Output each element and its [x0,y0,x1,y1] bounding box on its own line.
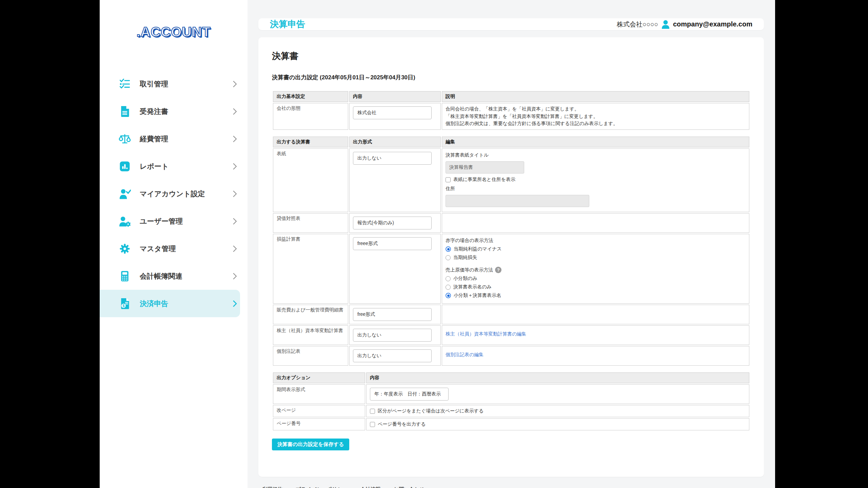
account-email: company@example.com [673,20,752,28]
sga-format-select[interactable]: free形式 [353,308,432,321]
sidebar-item-user-management[interactable]: ユーザー管理 [100,207,248,235]
scales-icon [119,133,131,145]
sidebar-item-reports[interactable]: レポート [100,152,248,180]
column-header: 出力する決算書 [273,137,348,147]
deficit-option-radio[interactable] [446,255,451,260]
column-header: 出力基本設定 [273,91,348,102]
section-title: 決算書の出力設定 (2024年05月01日～2025年04月30日) [272,74,750,81]
row-label: 期間表示形式 [273,384,365,404]
chevron-right-icon [232,218,237,225]
radio-label: 小分類のみ [453,276,477,282]
chevron-right-icon [232,135,237,143]
sidebar-item-label: 経費管理 [140,134,223,144]
footer-link-contact[interactable]: お問い合わせ [394,486,425,488]
row-label: 貸借対照表 [273,213,348,233]
sidebar-item-label: 決済申告 [140,299,223,308]
cogs-option-radio[interactable] [446,285,451,290]
radio-label: 決算書表示名のみ [453,284,492,290]
select-value: 出力しない [357,155,381,161]
cover-address-input [446,195,589,207]
settings-card: 決算書 決算書の出力設定 (2024年05月01日～2025年04月30日) 出… [258,37,764,477]
basic-settings-table: 出力基本設定 内容 説明 会社の形態 株式会社 合同会社の場合、「株主資本」を「… [272,90,750,131]
cogs-option-radio[interactable] [446,276,451,281]
help-icon[interactable]: ? [495,267,501,273]
notes-edit-link[interactable]: 個別注記表の編集 [446,352,484,357]
row-label: 表紙 [273,148,348,212]
cover-address-label: 住所 [446,186,746,192]
company-name: 株式会社○○○○ [617,20,658,29]
footer: 利用規約 プライバシーポリシー 会社情報 お問い合わせ Copyright 20… [262,486,761,488]
document-icon [119,105,131,118]
sidebar-item-label: 会計帳簿関連 [140,271,223,281]
main-column: 決算申告 株式会社○○○○ company@example.com 決算書 決算… [248,0,775,488]
row-label: ページ番号 [273,418,365,430]
app-logo: .ACCOUNT [100,24,248,40]
select-value: 報告式(今期のみ) [357,220,394,226]
select-value: 株式会社 [357,110,376,116]
period-format-select[interactable]: 年：年度表示 日付：西暦表示 [370,388,449,401]
gear-icon [119,243,131,255]
equity-edit-link[interactable]: 株主（社員）資本等変動計算書の編集 [446,331,526,337]
row-label: 改ページ [273,405,365,417]
footer-link-terms[interactable]: 利用規約 [262,486,283,488]
equity-format-select[interactable]: 出力しない [353,329,432,342]
page-number-checkbox[interactable] [370,422,375,427]
save-settings-button[interactable]: 決算書の出力設定を保存する [272,439,349,450]
notes-format-select[interactable]: 出力しない [353,349,432,362]
cogs-display-label: 売上原価等の表示方法 [446,267,493,273]
table-row: 会社の形態 株式会社 合同会社の場合、「株主資本」を「社員資本」に変更します。 … [273,103,749,130]
chevron-right-icon [232,108,237,115]
select-value: freee形式 [357,241,378,247]
row-label: 個別注記表 [273,346,348,366]
documents-table: 出力する決算書 出力形式 編集 表紙 出力しない 決算書表紙タイトル [272,136,750,367]
sidebar-menu: 取引管理 受発注書 [100,70,248,317]
chevron-right-icon [232,272,237,280]
sidebar-item-tax-filing[interactable]: $ 決済申告 [100,290,240,317]
bar-chart-icon [119,160,131,172]
radio-label: 当期純利益のマイナス [454,246,502,252]
column-header: 出力オプション [273,372,365,383]
sidebar-item-master-management[interactable]: マスタ管理 [100,235,248,262]
company-form-select[interactable]: 株式会社 [353,106,432,119]
cogs-option-radio-selected[interactable] [446,293,451,298]
cover-format-select[interactable]: 出力しない [353,152,432,165]
column-header: 内容 [366,372,749,383]
chevron-right-icon [232,300,237,307]
account-area: 株式会社○○○○ company@example.com [617,20,752,29]
select-value: free形式 [357,311,375,318]
cover-title-input [446,161,524,174]
radio-label: 小分類＋決算書表示名 [454,292,501,299]
sidebar-item-label: 受発注書 [140,107,223,116]
footer-link-privacy[interactable]: プライバシーポリシー [296,486,348,488]
user-check-icon [119,188,131,200]
app-window: .ACCOUNT 取引管理 [100,0,775,488]
sidebar-item-transactions[interactable]: 取引管理 [100,70,248,98]
sidebar-item-label: ユーザー管理 [140,217,223,226]
balance-sheet-format-select[interactable]: 報告式(今期のみ) [353,217,432,229]
table-row-page-number: ページ番号 ページ番号を出力する [273,418,749,430]
page-break-checkbox[interactable] [370,409,375,414]
row-label: 会社の形態 [273,103,348,130]
select-value: 年：年度表示 日付：西暦表示 [374,391,441,397]
chevron-right-icon [232,163,237,170]
description-line: 個別注記表の例文は、重要な会計方針に係る事項に関する注記のみ表示します。 [446,120,746,127]
sidebar-item-expenses[interactable]: 経費管理 [100,125,248,152]
cover-address-checkbox[interactable] [446,177,451,182]
sidebar-item-label: レポート [140,162,223,171]
table-row-period-format: 期間表示形式 年：年度表示 日付：西暦表示 [273,384,749,404]
checklist-icon [119,78,131,90]
footer-link-company[interactable]: 会社情報 [360,486,381,488]
chevron-right-icon [232,190,237,198]
sidebar-item-label: マイアカウント設定 [140,189,223,199]
column-header: 説明 [442,91,749,102]
checkbox-label: 表紙に事業所名と住所を表示 [453,177,515,183]
deficit-option-radio-selected[interactable] [446,246,451,252]
select-value: 出力しない [357,332,381,338]
user-gear-icon [119,215,131,227]
pl-format-select[interactable]: freee形式 [353,237,432,250]
sidebar-item-my-account[interactable]: マイアカウント設定 [100,180,248,207]
checkbox-label: ページ番号を出力する [378,421,426,427]
invoice-icon: $ [119,298,131,310]
sidebar-item-accounting-books[interactable]: 会計帳簿関連 [100,262,248,290]
sidebar-item-orders[interactable]: 受発注書 [100,98,248,125]
